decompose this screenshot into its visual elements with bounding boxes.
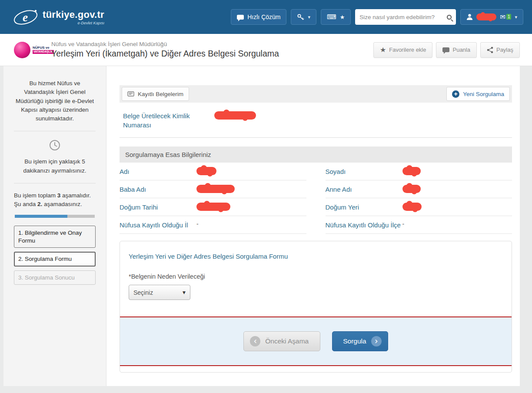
field-row-dogum-yeri: Doğum Yeri [326, 198, 512, 216]
field-value [402, 185, 421, 193]
rate-label: Puanla [452, 47, 470, 53]
messages-indicator: ✉ 1 [500, 14, 511, 20]
steps-current: 2. [37, 201, 42, 207]
field-label: Soyadı [326, 167, 402, 176]
identity-field-row: Belge Üretilecek Kimlik Numarası [120, 103, 512, 138]
steps-info-text: Bu işlem toplam 3 aşamalıdır. Şu anda 2.… [14, 191, 96, 209]
document-card-icon [127, 91, 134, 97]
search-icon[interactable] [447, 15, 452, 20]
topbar-actions: Hızlı Çözüm ▾ ⌨ ★ ✉ 1 [231, 9, 523, 25]
topbar: e türkiye.gov.tr e-Devlet Kapısı Hızlı Ç… [0, 0, 532, 34]
svg-text:e: e [23, 11, 28, 24]
field-row-dogum-tarihi: Doğum Tarihi [120, 198, 306, 216]
user-menu-button[interactable]: ✉ 1 ▾ [460, 9, 523, 25]
identity-field-value [214, 111, 256, 120]
chevron-right-icon: › [371, 336, 382, 346]
page-header: NÜFUS ve VATANDAŞLIK Nüfus ve Vatandaşlı… [0, 34, 532, 66]
page-actions: ★ Favorilere ekle Puanla Paylaş [373, 42, 520, 58]
divider [14, 183, 96, 183]
field-label: Anne Adı [326, 185, 402, 194]
form-title: Yerleşim Yeri ve Diğer Adres Belgesi Sor… [120, 253, 512, 260]
nvi-agency-logo: NÜFUS ve VATANDAŞLIK [14, 42, 50, 58]
field-value [402, 167, 421, 175]
redacted-identity-number [214, 111, 256, 120]
redacted-value [402, 185, 421, 193]
saved-documents-button[interactable]: Kayıtlı Belgelerim [122, 87, 189, 101]
chevron-down-icon: ▾ [308, 15, 310, 20]
logo-tagline: e-Devlet Kapısı [43, 21, 104, 25]
chevron-left-icon: ‹ [250, 336, 260, 346]
edevlet-logo[interactable]: e türkiye.gov.tr e-Devlet Kapısı [13, 7, 104, 27]
new-query-label: Yeni Sorgulama [463, 91, 504, 97]
mail-icon: ✉ [500, 14, 505, 20]
add-to-favorites-button[interactable]: ★ Favorilere ekle [373, 42, 433, 58]
form-actions: ‹ Önceki Aşama Sorgula › [120, 316, 512, 366]
field-value: - [196, 220, 199, 227]
field-value [196, 167, 216, 175]
field-label: Baba Adı [120, 185, 196, 194]
field-value [196, 203, 230, 211]
redacted-value [402, 167, 421, 175]
field-row-baba-adi: Baba Adı [120, 180, 306, 198]
page-title: Yerleşim Yeri (İkametgah) ve Diğer Adres… [51, 49, 279, 59]
agency-name: Nüfus ve Vatandaşlık İşleri Genel Müdürl… [51, 41, 279, 47]
field-label: Doğum Yeri [326, 203, 402, 212]
field-row-anne-adi: Anne Adı [326, 180, 512, 198]
nvi-logo-text-top: NÜFUS ve [33, 46, 54, 50]
edevlet-e-icon: e [13, 7, 38, 27]
search-input[interactable] [359, 14, 447, 20]
main-content: Kayıtlı Belgelerim + Yeni Sorgulama Belg… [106, 66, 520, 386]
quick-solution-button[interactable]: Hızlı Çözüm [231, 9, 286, 25]
step-2-box: 2. Sorgulama Formu [14, 252, 96, 266]
field-label: Doğum Tarihi [120, 203, 196, 212]
field-value: - [402, 220, 405, 227]
progress-fill [15, 215, 67, 218]
identity-field-label: Belge Üretilecek Kimlik Numarası [123, 111, 214, 130]
plus-icon: + [452, 90, 459, 98]
redacted-value [196, 185, 235, 193]
comment-icon [442, 47, 449, 52]
query-form: Yerleşim Yeri ve Diğer Adres Belgesi Sor… [120, 241, 512, 373]
duration-info-text: Bu işlem için yaklaşık 5 dakikanızı ayır… [14, 157, 96, 175]
field-label: Nüfusa Kayıtlı Olduğu İlçe [326, 220, 402, 230]
chevron-down-icon: ▾ [515, 15, 517, 20]
logo-text: türkiye.gov.tr [43, 9, 104, 20]
reason-select[interactable]: Seçiniz ▼ [129, 285, 190, 300]
field-value [402, 203, 422, 211]
clock-icon-wrap [14, 139, 96, 153]
share-label: Paylaş [496, 47, 513, 53]
key-icon [297, 13, 304, 21]
password-menu-button[interactable]: ▾ [291, 9, 316, 25]
field-row-adi: Adı [120, 163, 306, 180]
star-icon: ★ [340, 14, 345, 20]
share-icon [487, 47, 493, 53]
keyboard-icon: ⌨ [327, 14, 336, 20]
star-icon: ★ [380, 47, 386, 53]
previous-step-button[interactable]: ‹ Önceki Aşama [243, 331, 320, 351]
chat-bubble-icon [237, 15, 244, 20]
display-options-button[interactable]: ⌨ ★ [321, 9, 351, 25]
share-button[interactable]: Paylaş [480, 42, 520, 58]
rate-button[interactable]: Puanla [436, 42, 476, 58]
divider [14, 131, 96, 131]
field-label: Nüfusa Kayıtlı Olduğu İl [120, 220, 196, 230]
step-1-box: 1. Bilgilendirme ve Onay Formu [14, 226, 96, 248]
page-body: Bu hizmet Nüfus ve Vatandaşlık İşleri Ge… [3, 66, 520, 386]
section-title: Sorgulamaya Esas Bilgileriniz [120, 147, 512, 163]
redacted-value [402, 203, 422, 211]
steps-info-part: Bu işlem toplam [14, 192, 57, 199]
saved-documents-label: Kayıtlı Belgelerim [138, 91, 183, 97]
clock-icon [49, 139, 61, 151]
quick-solution-label: Hızlı Çözüm [247, 13, 280, 20]
field-row-soyadi: Soyadı [326, 163, 512, 180]
document-toolbar: Kayıtlı Belgelerim + Yeni Sorgulama [120, 85, 512, 103]
reason-select-value: Seçiniz [133, 289, 153, 296]
service-info-text: Bu hizmet Nüfus ve Vatandaşlık İşleri Ge… [14, 79, 96, 123]
field-row-kayitli-il: Nüfusa Kayıtlı Olduğu İl - [120, 216, 306, 234]
previous-step-label: Önceki Aşama [265, 337, 309, 345]
step-3-box: 3. Sorgulama Sonucu [14, 270, 96, 285]
submit-query-button[interactable]: Sorgula › [332, 331, 388, 351]
new-query-button[interactable]: + Yeni Sorgulama [446, 87, 510, 101]
progress-bar [15, 215, 95, 218]
user-icon [466, 13, 473, 20]
